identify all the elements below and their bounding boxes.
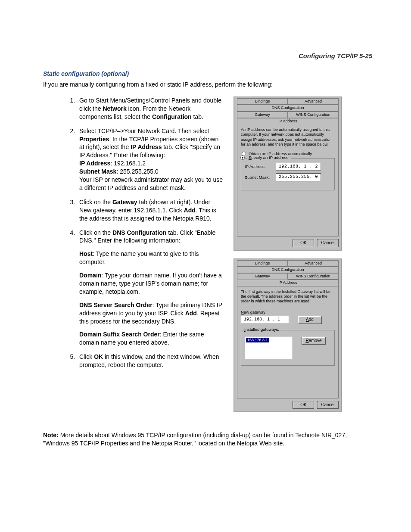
instructions-column: Go to Start Menu/Settings/Control Panels… <box>43 96 224 375</box>
text: Click <box>79 353 94 360</box>
suffix-paragraph: Domain Suffix Search Order: Enter the sa… <box>79 330 224 347</box>
bold-note: Note: <box>43 432 59 439</box>
manual-page: Configuring TCP/IP 5-25 Static configura… <box>0 0 411 532</box>
text: Your ISP or network administrator may as… <box>79 176 223 191</box>
tab-bindings[interactable]: Bindings <box>237 260 288 267</box>
dialog-buttons: OK Cancel <box>237 239 339 247</box>
bold-dns-order: DNS Server Search Order <box>79 302 153 308</box>
tab-wins-configuration[interactable]: WINS Configuration <box>288 273 339 280</box>
page-header: Configuring TCP/IP 5-25 <box>43 52 372 60</box>
step-list: Go to Start Menu/Settings/Control Panels… <box>67 96 224 369</box>
bold-subnet-label: Subnet Mask <box>79 168 116 175</box>
ip-address-input[interactable]: 192.168. 1 . 2 <box>276 163 321 171</box>
installed-gateways-group: Installed gateways: 163.176.8.1 Remove <box>241 330 335 366</box>
bold-domain: Domain <box>79 272 101 279</box>
tcpip-dialog-ip-address: Bindings Advanced DNS Configuration Gate… <box>234 96 342 251</box>
tab-gateway[interactable]: Gateway <box>237 112 288 118</box>
bold-ip-label: IP Address <box>79 160 110 167</box>
tab-wins-configuration[interactable]: WINS Configuration <box>288 112 339 118</box>
specify-ip-group: Specify an IP address: IP Address: 192.1… <box>241 158 335 190</box>
tab-dns-configuration[interactable]: DNS Configuration <box>237 105 339 111</box>
ip-address-label: IP Address: <box>245 164 272 169</box>
radio-icon-selected[interactable] <box>240 156 245 160</box>
bold-suffix-order: Domain Suffix Search Order <box>79 331 160 338</box>
tab-gateway[interactable]: Gateway <box>237 273 288 280</box>
gateway-panel: The first gateway in the Installed Gatew… <box>237 286 339 398</box>
new-gateway-label: New gateway: <box>241 310 335 315</box>
add-button[interactable]: Add <box>298 316 322 324</box>
note-text: More details about Windows 95 TCP/IP con… <box>43 432 347 447</box>
ip-address-field: IP Address: 192.168. 1 . 2 <box>245 163 331 171</box>
tab-row-1: Bindings Advanced DNS Configuration <box>237 260 339 274</box>
new-gateway-input[interactable]: 192.168. 1 . 1 <box>241 316 289 324</box>
tab-ip-address[interactable]: IP Address <box>237 118 339 124</box>
intro-paragraph: If you are manually configuring from a f… <box>43 81 372 89</box>
bold-network: Network <box>103 105 126 112</box>
radio-label: Specify an IP address: <box>247 155 291 160</box>
tab-advanced[interactable]: Advanced <box>288 98 339 105</box>
text: tab. <box>192 113 203 120</box>
screenshots-column: Bindings Advanced DNS Configuration Gate… <box>234 96 342 420</box>
cancel-button[interactable]: Cancel <box>317 401 339 409</box>
step-4: Click on the DNS Configuration tab. Clic… <box>77 229 224 347</box>
step-1: Go to Start Menu/Settings/Control Panels… <box>77 96 224 121</box>
note-paragraph: Note: More details about Windows 95 TCP/… <box>43 431 372 448</box>
installed-gateways-label: Installed gateways: <box>243 327 280 332</box>
domain-paragraph: Domain: Type your domain name. If you do… <box>79 271 224 296</box>
ip-value: : 192.168.1.2 <box>110 160 146 167</box>
bold-ok: OK <box>94 353 103 360</box>
step-5: Click OK in this window, and the next wi… <box>77 353 224 369</box>
section-subtitle: Static configuration (optional) <box>43 70 372 78</box>
bold-add: Add <box>185 310 197 317</box>
remove-button[interactable]: Remove <box>302 337 326 345</box>
text: Select TCP/IP–>Your Network Card. Then s… <box>79 128 209 134</box>
tcpip-dialog-gateway: Bindings Advanced DNS Configuration Gate… <box>234 258 342 413</box>
bold-gateway: Gateway <box>112 199 137 205</box>
tab-bindings[interactable]: Bindings <box>237 98 288 105</box>
tab-dns-configuration[interactable]: DNS Configuration <box>237 267 339 273</box>
bold-properties: Properties <box>79 136 109 143</box>
bold-configuration: Configuration <box>152 113 192 120</box>
tab-advanced[interactable]: Advanced <box>288 260 339 267</box>
host-paragraph: Host: Type the name you want to give to … <box>79 250 224 266</box>
dialog-description: An IP address can be automatically assig… <box>241 128 335 147</box>
tab-ip-address[interactable]: IP Address <box>237 280 339 286</box>
two-column-layout: Go to Start Menu/Settings/Control Panels… <box>43 96 372 420</box>
bold-add: Add <box>184 207 196 214</box>
subnet-mask-label: Subnet Mask: <box>245 175 272 180</box>
step-3: Click on the Gateway tab (shown at right… <box>77 198 224 223</box>
dialog-buttons: OK Cancel <box>237 401 339 409</box>
step-2: Select TCP/IP–>Your Network Card. Then s… <box>77 127 224 192</box>
dns-order-paragraph: DNS Server Search Order: Type the primar… <box>79 301 224 326</box>
ip-address-panel: An IP address can be automatically assig… <box>237 124 339 236</box>
bold-dns-config: DNS Configuration <box>112 229 166 236</box>
text: : Type the name you want to give to this… <box>79 250 199 265</box>
bold-host: Host <box>79 250 93 257</box>
tab-row-2: Gateway WINS Configuration IP Address <box>237 112 339 125</box>
tab-row-2: Gateway WINS Configuration IP Address <box>237 273 339 286</box>
subnet-value: : 255.255.255.0 <box>116 168 158 175</box>
subnet-mask-input[interactable]: 255.255.255. 0 <box>276 173 321 181</box>
cancel-button[interactable]: Cancel <box>317 239 339 247</box>
text: Click on the <box>79 199 112 205</box>
ok-button[interactable]: OK <box>293 239 314 247</box>
bold-ip-address: IP Address <box>131 143 162 150</box>
dialog-description: The first gateway in the Installed Gatew… <box>241 289 335 304</box>
tab-row-1: Bindings Advanced DNS Configuration <box>237 98 339 112</box>
installed-gateways-list[interactable]: 163.176.8.1 <box>245 337 293 359</box>
ok-button[interactable]: OK <box>293 401 314 409</box>
subnet-mask-field: Subnet Mask: 255.255.255. 0 <box>245 173 331 181</box>
list-item[interactable]: 163.176.8.1 <box>246 338 269 342</box>
text: Click on the <box>79 229 112 236</box>
